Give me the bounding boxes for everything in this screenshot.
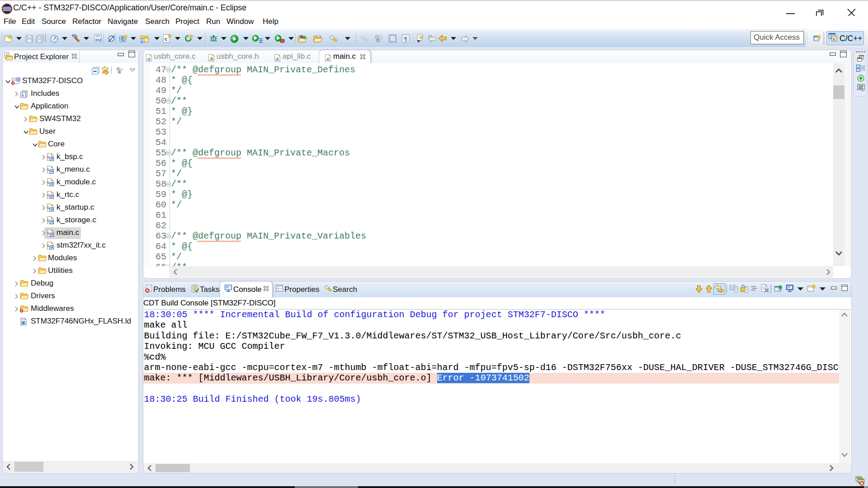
svg-text:010: 010 bbox=[95, 38, 101, 42]
svg-text:LD: LD bbox=[22, 322, 26, 325]
svg-text:.c: .c bbox=[326, 56, 330, 61]
svg-text:.c: .c bbox=[275, 56, 279, 61]
svg-text:.c: .c bbox=[146, 56, 151, 61]
svg-text:c: c bbox=[833, 37, 835, 41]
svg-text:¶: ¶ bbox=[404, 35, 407, 42]
svg-text:C: C bbox=[17, 77, 20, 81]
svg-text:.h: .h bbox=[209, 56, 213, 61]
svg-text:h: h bbox=[22, 93, 24, 98]
svg-text:C: C bbox=[121, 37, 124, 42]
svg-text:c: c bbox=[141, 39, 143, 43]
svg-text:c: c bbox=[165, 36, 167, 42]
